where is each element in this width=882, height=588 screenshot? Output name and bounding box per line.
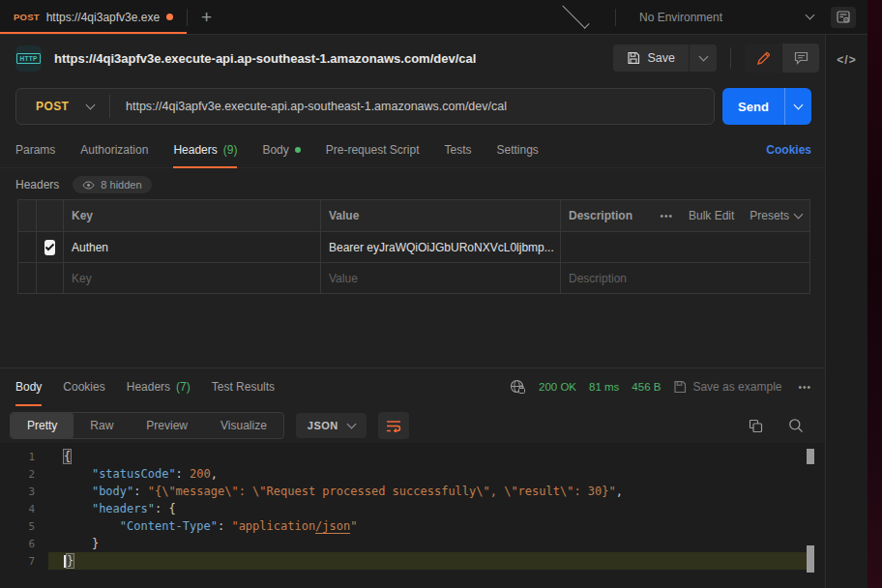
- headers-count: (9): [223, 143, 238, 157]
- save-button[interactable]: Save: [613, 44, 690, 72]
- scrollbar-cursor-marker[interactable]: [807, 545, 814, 573]
- line-number: 4: [0, 503, 48, 515]
- pencil-icon: [756, 51, 771, 66]
- scrollbar-thumb[interactable]: [807, 449, 814, 464]
- environment-quick-look-button[interactable]: [831, 7, 856, 28]
- request-tab[interactable]: POST https://4qi3apfv3e.exe: [0, 0, 187, 34]
- request-url-bar: POST https://4qi3apfv3e.execute-api.ap-s…: [0, 81, 827, 132]
- row-checkbox-cell: [36, 263, 63, 293]
- status-badge[interactable]: 200 OK: [539, 381, 576, 393]
- request-tab-bar: POST https://4qi3apfv3e.exe + No Environ…: [0, 0, 867, 35]
- mode-raw[interactable]: Raw: [74, 413, 130, 438]
- url-input-box: POST https://4qi3apfv3e.execute-api.ap-s…: [15, 88, 715, 125]
- response-toolbar: Pretty Raw Preview Visualize JSON: [0, 408, 827, 443]
- format-dropdown[interactable]: JSON: [296, 413, 367, 438]
- code-token: [64, 502, 92, 515]
- new-tab-button[interactable]: +: [188, 7, 225, 28]
- header-value-cell[interactable]: Bearer eyJraWQiOiJGbURoNXVcL0ljbmp...: [320, 232, 560, 262]
- url-input[interactable]: https://4qi3apfv3e.execute-api.ap-southe…: [110, 100, 507, 113]
- response-tabs: Body Cookies Headers (7) Test Results: [0, 368, 827, 405]
- drag-handle-column: [18, 200, 36, 231]
- checkmark-icon: [44, 243, 55, 251]
- cookies-link[interactable]: Cookies: [766, 143, 811, 157]
- right-sidebar: </>: [825, 35, 867, 588]
- response-tab-headers[interactable]: Headers (7): [127, 368, 191, 405]
- send-button-group: Send: [722, 88, 811, 125]
- response-tab-test-results[interactable]: Test Results: [212, 368, 275, 405]
- send-options-button[interactable]: [784, 88, 811, 125]
- line-number: 7: [0, 555, 48, 568]
- response-tab-cookies[interactable]: Cookies: [63, 368, 104, 405]
- postman-window: POST https://4qi3apfv3e.exe + No Environ…: [0, 0, 867, 588]
- copy-icon[interactable]: [749, 419, 763, 433]
- tab-body[interactable]: Body: [262, 132, 300, 167]
- line-number: 5: [0, 520, 48, 533]
- divider: [730, 47, 731, 69]
- tab-settings[interactable]: Settings: [497, 132, 539, 167]
- response-body-editor[interactable]: 1{2 "statusCode": 200,3 "body": "{\"mess…: [0, 443, 827, 588]
- code-token: 200: [190, 467, 211, 481]
- wrap-lines-button[interactable]: [378, 412, 409, 439]
- request-tabs: Params Authorization Headers (9) Body Pr…: [0, 132, 827, 168]
- network-globe-icon[interactable]: [510, 379, 526, 395]
- tab-params[interactable]: Params: [15, 132, 55, 167]
- save-options-button[interactable]: [690, 44, 717, 72]
- save-as-example-button[interactable]: Save as example: [673, 380, 781, 394]
- method-selector[interactable]: POST: [16, 100, 109, 113]
- code-token: [64, 467, 92, 481]
- line-number: 6: [0, 538, 48, 550]
- mode-visualize[interactable]: Visualize: [204, 413, 283, 438]
- send-button[interactable]: Send: [722, 88, 784, 125]
- key-placeholder[interactable]: Key: [63, 263, 320, 293]
- code-line-content: }: [48, 552, 808, 570]
- code-snippet-icon[interactable]: </>: [837, 53, 856, 67]
- code-line: 4 "headers": {: [0, 500, 827, 517]
- response-time[interactable]: 81 ms: [589, 381, 619, 393]
- tab-authorization[interactable]: Authorization: [80, 132, 148, 167]
- presets-dropdown[interactable]: Presets: [750, 209, 802, 222]
- header-key-cell[interactable]: Authen: [63, 232, 320, 262]
- drag-handle[interactable]: [18, 232, 36, 262]
- header-description-cell[interactable]: [560, 232, 809, 262]
- tab-headers[interactable]: Headers (9): [173, 132, 237, 167]
- response-headers-count: (7): [176, 380, 191, 394]
- mode-preview[interactable]: Preview: [130, 413, 204, 438]
- response-size[interactable]: 456 B: [632, 381, 661, 393]
- bulk-edit-button[interactable]: Bulk Edit: [689, 209, 734, 222]
- response-tab-body[interactable]: Body: [15, 368, 42, 405]
- code-line-content: }: [48, 535, 808, 552]
- environment-selector[interactable]: No Environment: [616, 0, 827, 34]
- code-token: "body": [92, 485, 133, 498]
- chevron-down-icon: [698, 51, 708, 61]
- checkbox-checked[interactable]: [44, 240, 55, 255]
- table-header-row: Key Value Description ••• Bulk Edit Pres…: [18, 200, 809, 231]
- mode-pretty[interactable]: Pretty: [11, 413, 74, 438]
- hidden-headers-badge[interactable]: 8 hidden: [73, 176, 151, 193]
- code-token: [64, 519, 120, 533]
- row-checkbox-cell: [36, 232, 63, 262]
- code-line: 2 "statusCode": 200,: [0, 465, 827, 483]
- code-token: ,: [616, 485, 623, 498]
- code-line-content: "headers": {: [48, 500, 808, 517]
- code-token: "headers": [92, 502, 155, 515]
- line-number: 3: [0, 485, 48, 498]
- tab-options-chevron-icon[interactable]: [562, 1, 589, 28]
- column-key: Key: [63, 200, 320, 231]
- value-placeholder[interactable]: Value: [320, 263, 560, 293]
- request-panel: HTTP https://4qi3apfv3e.execute-api.ap-s…: [0, 35, 827, 588]
- edit-button[interactable]: [745, 44, 781, 73]
- format-label: JSON: [308, 420, 338, 431]
- code-line-content: "Content-Type": "application/json": [48, 517, 808, 535]
- response-meta: 200 OK 81 ms 456 B Save as example •••: [510, 379, 811, 395]
- search-icon[interactable]: [788, 418, 804, 433]
- tab-tests[interactable]: Tests: [444, 132, 471, 167]
- tab-method-label: POST: [14, 12, 40, 22]
- tab-pre-request-script[interactable]: Pre-request Script: [326, 132, 420, 167]
- response-more-options-icon[interactable]: •••: [798, 382, 811, 393]
- code-token: [64, 537, 92, 550]
- desktop: POST https://4qi3apfv3e.exe + No Environ…: [0, 0, 882, 588]
- code-line: 5 "Content-Type": "application/json": [0, 517, 827, 535]
- comment-button[interactable]: [782, 44, 819, 73]
- description-placeholder[interactable]: Description: [560, 263, 809, 293]
- more-options-icon[interactable]: •••: [660, 211, 673, 221]
